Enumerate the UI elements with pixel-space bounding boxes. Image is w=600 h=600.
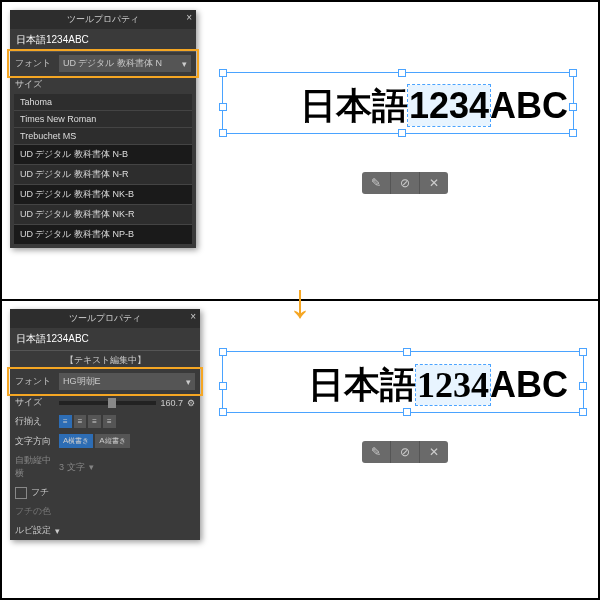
chevron-down-icon[interactable]: ▾ xyxy=(89,462,94,472)
canvas-text-top[interactable]: 日本語1234ABC xyxy=(300,82,568,131)
font-option[interactable]: Times New Roman xyxy=(14,111,192,128)
panel-titlebar[interactable]: ツールプロパティ× xyxy=(10,309,200,328)
arrow-down-icon: ↓ xyxy=(288,273,312,328)
cancel-icon[interactable]: ✕ xyxy=(420,441,448,463)
font-row[interactable]: フォント UD デジタル 教科書体 N▾ xyxy=(10,52,196,75)
align-row: 行揃え ≡ ≡ ≡ ≡ xyxy=(10,412,200,431)
size-row: サイズ xyxy=(10,75,196,94)
top-state: ツールプロパティ× 日本語1234ABC フォント UD デジタル 教科書体 N… xyxy=(2,2,598,301)
confirm-icon[interactable]: ⊘ xyxy=(391,172,420,194)
text-mini-toolbar: ✎ ⊘ ✕ xyxy=(362,441,448,463)
align-right-icon[interactable]: ≡ xyxy=(88,415,101,428)
align-center-icon[interactable]: ≡ xyxy=(74,415,87,428)
align-buttons: ≡ ≡ ≡ ≡ xyxy=(59,415,116,428)
font-dropdown-list[interactable]: Tahoma Times New Roman Trebuchet MS UD デ… xyxy=(14,94,192,244)
confirm-icon[interactable]: ⊘ xyxy=(391,441,420,463)
chevron-down-icon: ▾ xyxy=(182,59,187,69)
direction-row: 文字方向 A横書き A縦書き xyxy=(10,431,200,451)
font-label: フォント xyxy=(15,57,55,70)
font-option[interactable]: UD デジタル 教科書体 N-B xyxy=(14,145,192,165)
cancel-icon[interactable]: ✕ xyxy=(420,172,448,194)
font-option[interactable]: Trebuchet MS xyxy=(14,128,192,145)
bottom-state: ツールプロパティ× 日本語1234ABC 【テキスト編集中】 フォント HG明朝… xyxy=(2,301,598,598)
size-slider[interactable] xyxy=(59,401,156,405)
tool-property-panel-bottom: ツールプロパティ× 日本語1234ABC 【テキスト編集中】 フォント HG明朝… xyxy=(10,309,200,540)
edit-icon[interactable]: ✎ xyxy=(362,172,391,194)
edgecolor-row: フチの色 xyxy=(10,502,200,521)
chevron-down-icon: ▾ xyxy=(186,377,191,387)
close-icon[interactable]: × xyxy=(190,311,196,322)
text-selected: 1234 xyxy=(408,85,490,126)
font-option[interactable]: UD デジタル 教科書体 N-R xyxy=(14,165,192,185)
text-jp: 日本語 xyxy=(300,85,408,126)
close-icon[interactable]: × xyxy=(186,12,192,23)
font-dropdown[interactable]: UD デジタル 教科書体 N▾ xyxy=(59,55,191,72)
text-mini-toolbar: ✎ ⊘ ✕ xyxy=(362,172,448,194)
align-justify-icon[interactable]: ≡ xyxy=(103,415,116,428)
text-abc: ABC xyxy=(490,364,568,405)
ruby-row[interactable]: ルビ設定 ▾ xyxy=(10,521,200,540)
chevron-down-icon[interactable]: ▾ xyxy=(55,526,60,536)
text-abc: ABC xyxy=(490,85,568,126)
text-jp: 日本語 xyxy=(308,364,416,405)
canvas-text-bottom[interactable]: 日本語1234ABC xyxy=(308,361,568,410)
font-option[interactable]: Tahoma xyxy=(14,94,192,111)
size-value: 160.7 xyxy=(160,398,183,408)
font-option[interactable]: UD デジタル 教科書体 NP-B xyxy=(14,225,192,244)
horizontal-button[interactable]: A横書き xyxy=(59,434,93,448)
font-dropdown[interactable]: HG明朝E▾ xyxy=(59,373,195,390)
align-left-icon[interactable]: ≡ xyxy=(59,415,72,428)
edge-row[interactable]: フチ xyxy=(10,483,200,502)
font-label: フォント xyxy=(15,375,55,388)
size-row: サイズ 160.7 ⚙ xyxy=(10,393,200,412)
font-preview: 日本語1234ABC xyxy=(10,29,196,52)
edit-icon[interactable]: ✎ xyxy=(362,441,391,463)
vertical-button[interactable]: A縦書き xyxy=(95,434,129,448)
panel-titlebar[interactable]: ツールプロパティ× xyxy=(10,10,196,29)
tool-property-panel-top: ツールプロパティ× 日本語1234ABC フォント UD デジタル 教科書体 N… xyxy=(10,10,196,248)
text-selected: 1234 xyxy=(416,365,490,405)
editing-label: 【テキスト編集中】 xyxy=(10,351,200,370)
font-row[interactable]: フォント HG明朝E▾ xyxy=(10,370,200,393)
edge-checkbox[interactable] xyxy=(15,487,27,499)
font-option[interactable]: UD デジタル 教科書体 NK-R xyxy=(14,205,192,225)
font-option[interactable]: UD デジタル 教科書体 NK-B xyxy=(14,185,192,205)
auto-row: 自動縦中横 3 文字 ▾ xyxy=(10,451,200,483)
font-preview: 日本語1234ABC xyxy=(10,328,200,351)
gear-icon[interactable]: ⚙ xyxy=(187,398,195,408)
